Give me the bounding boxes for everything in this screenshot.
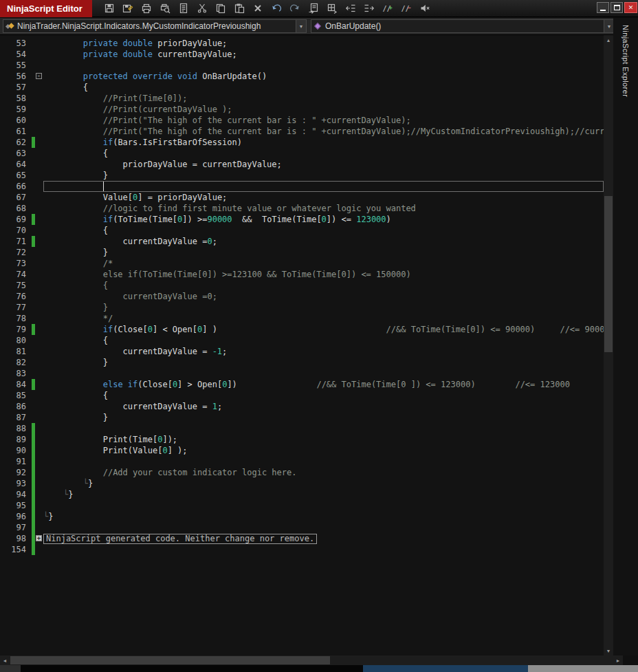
code-text: [43, 368, 604, 379]
member-selector-combobox[interactable]: OnBarUpdate() ▼: [311, 19, 615, 33]
code-line-154[interactable]: 154: [0, 544, 604, 555]
code-line-94[interactable]: 94 └}: [0, 489, 604, 500]
code-line-64[interactable]: 64 priorDayValue = currentDayValue;: [0, 159, 604, 170]
vertical-scrollbar[interactable]: ▲ ▼: [604, 35, 613, 655]
code-line-87[interactable]: 87 }: [0, 412, 604, 423]
code-line-58[interactable]: 58 //Print(Time[0]);: [0, 93, 604, 104]
scroll-up-icon[interactable]: ▲: [604, 35, 613, 45]
save-button[interactable]: [103, 2, 116, 14]
code-line-82[interactable]: 82 }: [0, 357, 604, 368]
code-line-70[interactable]: 70 {: [0, 225, 604, 236]
cut-button[interactable]: [196, 2, 208, 14]
code-line-73[interactable]: 73 /*: [0, 258, 604, 269]
redo-button[interactable]: [289, 2, 301, 14]
undo-button[interactable]: [270, 2, 283, 14]
comment-button[interactable]: //: [382, 2, 394, 14]
insert-snippet-icon: [308, 3, 319, 14]
print-preview-button[interactable]: [159, 2, 171, 14]
code-line-97[interactable]: 97: [0, 522, 604, 533]
compile-button[interactable]: [419, 2, 431, 14]
code-line-59[interactable]: 59 //Print(currentDayValue );: [0, 104, 604, 115]
code-line-86[interactable]: 86 currentDayValue = 1;: [0, 401, 604, 412]
chevron-down-icon[interactable]: ▼: [296, 20, 306, 32]
code-line-57[interactable]: 57 {: [0, 82, 604, 93]
expand-fold-icon[interactable]: +: [36, 535, 42, 541]
compile-grid-button[interactable]: [326, 2, 338, 14]
code-token: && ToTime(Time[: [232, 215, 322, 224]
code-line-98[interactable]: 98+NinjaScript generated code. Neither c…: [0, 533, 604, 544]
code-line-83[interactable]: 83: [0, 368, 604, 379]
delete-button[interactable]: [252, 2, 264, 14]
collapsed-region[interactable]: NinjaScript generated code. Neither chan…: [43, 534, 317, 544]
code-line-93[interactable]: 93 └}: [0, 478, 604, 489]
code-line-56[interactable]: 56- protected override void OnBarUpdate(…: [0, 71, 604, 82]
code-line-54[interactable]: 54 private double currentDayValue;: [0, 49, 604, 60]
code-line-66[interactable]: 66: [0, 181, 604, 192]
code-line-69[interactable]: 69 if(ToTime(Time[0]) >=90000 && ToTime(…: [0, 214, 604, 225]
code-line-81[interactable]: 81 currentDayValue = -1;: [0, 346, 604, 357]
code-line-88[interactable]: 88: [0, 423, 604, 434]
code-line-65[interactable]: 65 }: [0, 170, 604, 181]
code-line-71[interactable]: 71 currentDayValue =0;: [0, 236, 604, 247]
outdent-button[interactable]: [344, 2, 357, 14]
uncomment-button[interactable]: //: [400, 2, 412, 14]
print-button[interactable]: [140, 2, 153, 14]
code-line-61[interactable]: 61 //Print("The high of the current bar …: [0, 126, 604, 137]
code-line-76[interactable]: 76 currentDayValue =0;: [0, 291, 604, 302]
scroll-right-icon[interactable]: ►: [613, 655, 623, 665]
scroll-left-icon[interactable]: ◄: [0, 655, 10, 665]
code-line-89[interactable]: 89 Print(Time[0]);: [0, 434, 604, 445]
code-line-62[interactable]: 62 if(Bars.IsFirstBarOfSession): [0, 137, 604, 148]
save-as-button[interactable]: [122, 2, 134, 14]
scroll-down-icon[interactable]: ▼: [604, 646, 613, 655]
chevron-down-icon[interactable]: ▼: [604, 20, 614, 32]
code-line-68[interactable]: 68 //logic to find first minute value or…: [0, 203, 604, 214]
code-line-78[interactable]: 78 */: [0, 313, 604, 324]
fold-margin: [35, 346, 43, 357]
fold-margin: [35, 192, 43, 203]
tab-ninjascript-explorer[interactable]: NinjaScript Explorer: [622, 19, 630, 102]
code-line-53[interactable]: 53 private double priorDayValue;: [0, 38, 604, 49]
line-number: 79: [0, 324, 32, 335]
code-token: [535, 325, 560, 334]
code-token: }: [43, 248, 108, 257]
code-token: //<= 123000: [515, 380, 569, 389]
code-line-95[interactable]: 95: [0, 500, 604, 511]
code-token: Print(Value[: [43, 446, 162, 455]
code-line-75[interactable]: 75 {: [0, 280, 604, 291]
code-line-96[interactable]: 96└}: [0, 511, 604, 522]
paste-button[interactable]: [233, 2, 245, 14]
code-line-72[interactable]: 72 }: [0, 247, 604, 258]
minimize-button[interactable]: [597, 2, 609, 13]
code-line-84[interactable]: 84 else if(Close[0] > Open[0]) //&& ToTi…: [0, 379, 604, 390]
navigation-bar: NinjaTrader.NinjaScript.Indicators.MyCus…: [0, 18, 638, 35]
code-line-77[interactable]: 77 }: [0, 302, 604, 313]
code-line-67[interactable]: 67 Value[0] = priorDayValue;: [0, 192, 604, 203]
copy-button[interactable]: [214, 2, 227, 14]
code-line-74[interactable]: 74 else if(ToTime(Time[0]) >=123100 && T…: [0, 269, 604, 280]
code-text: └}: [43, 478, 604, 489]
maximize-button[interactable]: [610, 2, 623, 13]
code-line-91[interactable]: 91: [0, 456, 604, 467]
collapse-fold-icon[interactable]: -: [36, 73, 42, 79]
document-button[interactable]: [177, 2, 190, 14]
type-selector-combobox[interactable]: NinjaTrader.NinjaScript.Indicators.MyCus…: [3, 19, 307, 33]
code-token: {: [43, 149, 108, 158]
code-line-90[interactable]: 90 Print(Value[0] );: [0, 445, 604, 456]
code-text: /*: [43, 258, 604, 269]
horizontal-scrollbar-thumb[interactable]: [10, 656, 330, 664]
code-line-79[interactable]: 79 if(Close[0] < Open[0] ) //&& ToTime(T…: [0, 324, 604, 335]
code-line-63[interactable]: 63 {: [0, 148, 604, 159]
code-line-80[interactable]: 80 {: [0, 335, 604, 346]
close-button[interactable]: ✕: [624, 2, 637, 13]
code-line-55[interactable]: 55: [0, 60, 604, 71]
horizontal-scrollbar[interactable]: ◄ ►: [0, 655, 623, 665]
code-line-92[interactable]: 92 //Add your custom indicator logic her…: [0, 467, 604, 478]
code-line-60[interactable]: 60 //Print("The high of the current bar …: [0, 115, 604, 126]
code-line-85[interactable]: 85 {: [0, 390, 604, 401]
code-editor[interactable]: 53 private double priorDayValue;54 priva…: [0, 35, 604, 655]
indent-button[interactable]: [363, 2, 375, 14]
vertical-scrollbar-thumb[interactable]: [604, 196, 613, 352]
insert-snippet-button[interactable]: [307, 2, 320, 14]
fold-margin: [35, 401, 43, 412]
